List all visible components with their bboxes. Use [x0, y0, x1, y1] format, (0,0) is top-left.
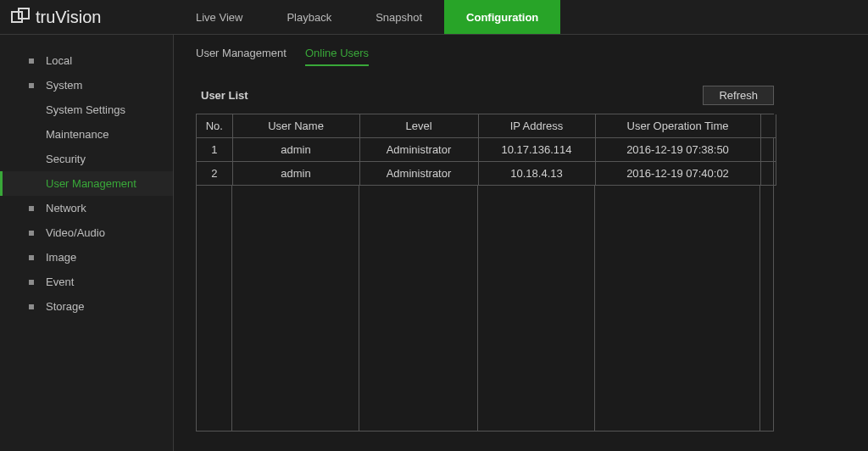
sub-tabs: User Management Online Users — [196, 47, 846, 67]
cell-extra — [760, 162, 776, 186]
sidebar-label: Video/Audio — [46, 226, 105, 239]
cell-optime: 2016-12-19 07:40:02 — [595, 162, 760, 186]
table-row[interactable]: 2 admin Administrator 10.18.4.13 2016-12… — [197, 162, 776, 186]
square-bullet-icon — [29, 255, 34, 260]
col-header-extra — [760, 114, 776, 138]
sidebar-item-network[interactable]: Network — [0, 196, 173, 220]
top-bar: truVision Live View Playback Snapshot Co… — [0, 0, 868, 35]
tab-playback[interactable]: Playback — [264, 0, 353, 34]
cell-ip: 10.18.4.13 — [478, 162, 595, 186]
subtab-user-management[interactable]: User Management — [196, 47, 287, 64]
square-bullet-icon — [29, 83, 34, 88]
tab-configuration[interactable]: Configuration — [444, 0, 560, 34]
cell-username: admin — [232, 138, 359, 162]
sidebar-item-system[interactable]: System — [0, 73, 173, 97]
svg-rect-1 — [19, 8, 29, 19]
table-row[interactable]: 1 admin Administrator 10.17.136.114 2016… — [197, 138, 776, 162]
cell-extra — [760, 138, 776, 162]
square-bullet-icon — [29, 304, 34, 309]
top-nav: Live View Playback Snapshot Configuratio… — [174, 0, 560, 34]
col-header-no: No. — [197, 114, 232, 138]
col-header-level: Level — [359, 114, 478, 138]
cell-optime: 2016-12-19 07:38:50 — [595, 138, 760, 162]
panel-title: User List — [201, 89, 248, 102]
user-list-table: No. User Name Level IP Address User Oper… — [196, 114, 774, 432]
sidebar-item-video-audio[interactable]: Video/Audio — [0, 220, 173, 245]
sidebar-label: Network — [46, 202, 86, 214]
square-bullet-icon — [29, 231, 34, 236]
cell-level: Administrator — [359, 162, 478, 186]
sidebar-item-security[interactable]: Security — [0, 147, 173, 171]
table-empty-space — [197, 186, 773, 431]
tab-live-view[interactable]: Live View — [174, 0, 264, 34]
sidebar-label: System — [46, 79, 82, 92]
brand-logo: truVision — [0, 0, 174, 34]
sidebar-label: Event — [46, 276, 74, 288]
square-bullet-icon — [29, 280, 34, 285]
sidebar-item-storage[interactable]: Storage — [0, 294, 173, 319]
sidebar-item-event[interactable]: Event — [0, 270, 173, 294]
sidebar-item-image[interactable]: Image — [0, 245, 173, 270]
cell-ip: 10.17.136.114 — [478, 138, 595, 162]
sidebar: Local System System Settings Maintenance… — [0, 35, 174, 451]
cell-username: admin — [232, 162, 359, 186]
cell-no: 2 — [197, 162, 232, 186]
sidebar-item-user-management[interactable]: User Management — [0, 171, 173, 196]
main-panel: User Management Online Users User List R… — [174, 35, 868, 451]
brand-icon — [10, 7, 31, 27]
sidebar-label: Storage — [46, 300, 85, 313]
square-bullet-icon — [29, 206, 34, 211]
sidebar-item-maintenance[interactable]: Maintenance — [0, 122, 173, 147]
sidebar-label: Local — [46, 54, 72, 67]
col-header-username: User Name — [232, 114, 359, 138]
cell-level: Administrator — [359, 138, 478, 162]
square-bullet-icon — [29, 58, 34, 64]
tab-snapshot[interactable]: Snapshot — [353, 0, 444, 34]
col-header-optime: User Operation Time — [595, 114, 760, 138]
cell-no: 1 — [197, 138, 232, 162]
refresh-button[interactable]: Refresh — [703, 86, 774, 105]
brand-name: truVision — [36, 8, 101, 27]
sidebar-item-local[interactable]: Local — [0, 48, 173, 73]
sidebar-item-system-settings[interactable]: System Settings — [0, 97, 173, 122]
svg-rect-0 — [12, 12, 22, 22]
subtab-online-users[interactable]: Online Users — [305, 47, 369, 66]
sidebar-label: Image — [46, 251, 76, 264]
col-header-ip: IP Address — [478, 114, 595, 138]
